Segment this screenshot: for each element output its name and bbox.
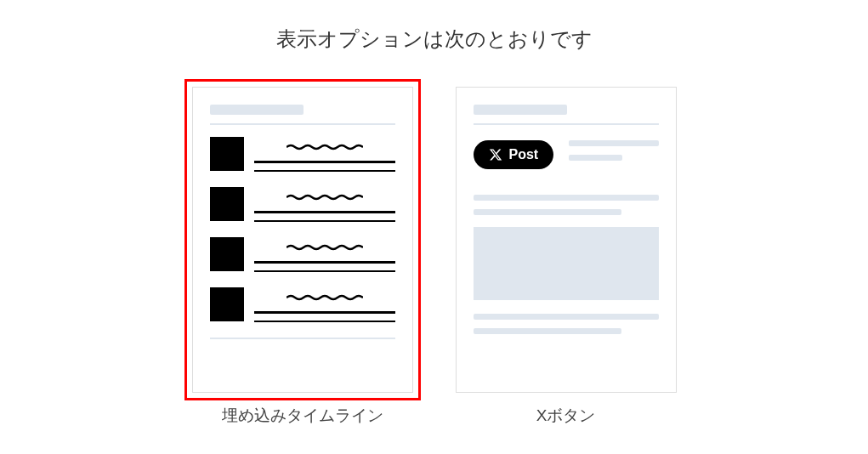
option-label-timeline: 埋め込みタイムライン (192, 405, 413, 427)
avatar-placeholder (210, 137, 244, 171)
page-title: 表示オプションは次のとおりです (0, 26, 868, 53)
timeline-item (210, 287, 395, 322)
text-line (254, 170, 395, 173)
xbutton-card-preview: Post (456, 87, 677, 393)
placeholder-bar (474, 195, 659, 201)
wavy-line-icon (286, 294, 363, 301)
avatar-placeholder (210, 237, 244, 271)
timeline-item-lines (254, 287, 395, 322)
timeline-item (210, 187, 395, 222)
placeholder-line (474, 123, 659, 125)
x-post-pill: Post (474, 140, 554, 169)
xbutton-row: Post (474, 140, 659, 169)
placeholder-bar (210, 105, 304, 115)
x-logo-icon (489, 148, 502, 162)
timeline-card-preview (192, 87, 413, 393)
text-line (254, 220, 395, 223)
timeline-item-lines (254, 187, 395, 222)
option-embedded-timeline[interactable]: 埋め込みタイムライン (192, 87, 413, 427)
avatar-placeholder (210, 187, 244, 221)
placeholder-line (210, 123, 395, 125)
placeholder-bar (569, 140, 658, 146)
media-placeholder (474, 227, 659, 300)
placeholder-bar (474, 328, 621, 334)
placeholder-line (210, 338, 395, 339)
placeholder-lines (569, 140, 658, 169)
placeholder-bar (569, 155, 622, 161)
text-line (254, 211, 395, 213)
x-post-pill-label: Post (509, 147, 539, 162)
wavy-line-icon (286, 194, 363, 201)
text-line (254, 321, 395, 323)
text-line (254, 161, 395, 163)
timeline-item-lines (254, 237, 395, 272)
avatar-placeholder (210, 287, 244, 321)
timeline-item (210, 237, 395, 272)
timeline-item (210, 137, 395, 172)
text-line (254, 270, 395, 273)
option-x-button[interactable]: Post Xボタン (456, 87, 677, 427)
placeholder-bar (474, 209, 621, 215)
selection-highlight (184, 79, 421, 400)
placeholder-bar (474, 105, 567, 115)
text-line (254, 311, 395, 314)
timeline-item-lines (254, 137, 395, 172)
option-label-xbutton: Xボタン (456, 405, 677, 427)
text-line (254, 261, 395, 264)
options-container: 埋め込みタイムライン Post (0, 87, 868, 427)
wavy-line-icon (286, 144, 363, 150)
placeholder-bar (474, 314, 659, 320)
wavy-line-icon (286, 244, 363, 251)
